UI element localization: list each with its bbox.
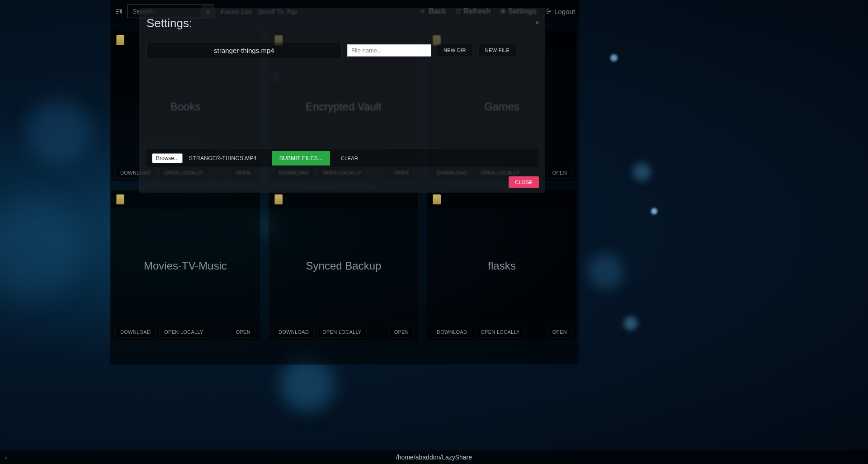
footer-path: /home/abaddon/LazyShare <box>396 454 472 461</box>
new-file-button[interactable]: NEW FILE <box>478 44 516 57</box>
clear-button[interactable]: CLEAR <box>341 156 358 161</box>
browse-button[interactable]: Browse... <box>152 153 183 163</box>
selected-file-display: stranger-things.mp4 <box>146 42 342 58</box>
new-dir-button[interactable]: NEW DIR <box>437 44 473 57</box>
footer-expand-icon[interactable]: » <box>5 454 8 461</box>
picked-file-name: STRANGER-THINGS.MP4 <box>189 155 257 161</box>
submit-files-button[interactable]: SUBMIT FILES... <box>272 151 330 166</box>
settings-modal: Settings: × stranger-things.mp4 NEW DIR … <box>139 8 545 193</box>
upload-row: Browse... STRANGER-THINGS.MP4 SUBMIT FIL… <box>146 149 538 167</box>
footer: » /home/abaddon/LazyShare <box>0 450 868 464</box>
modal-title: Settings: <box>146 16 538 30</box>
close-icon[interactable]: × <box>535 19 539 26</box>
close-button[interactable]: CLOSE <box>509 176 539 188</box>
filename-input[interactable] <box>347 44 431 57</box>
